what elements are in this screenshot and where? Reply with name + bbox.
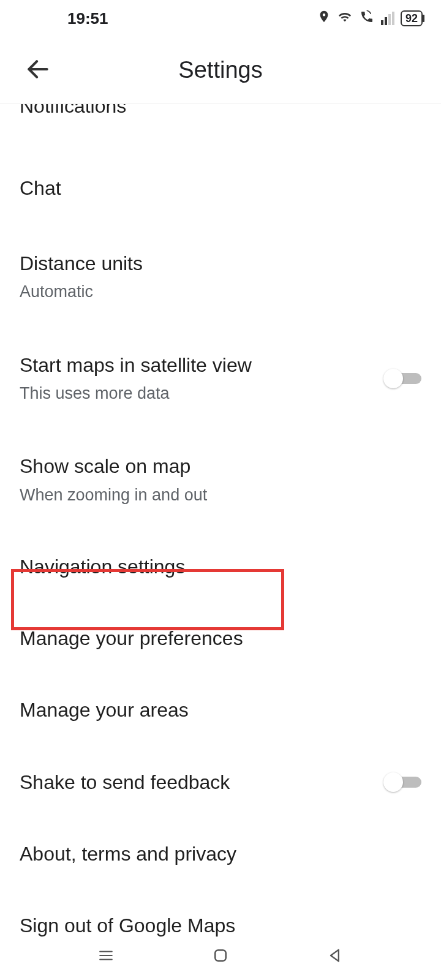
shake-feedback-label: Shake to send feedback — [20, 769, 386, 796]
satellite-view-toggle[interactable] — [386, 369, 421, 388]
show-scale-sub: When zooming in and out — [20, 484, 421, 506]
navigation-settings-item[interactable]: Navigation settings — [0, 535, 441, 598]
satellite-view-label: Start maps in satellite view — [20, 352, 386, 379]
distance-units-item[interactable]: Distance units Automatic — [0, 232, 441, 322]
wifi-calling-icon — [359, 9, 375, 28]
notifications-label: Notifications — [20, 104, 421, 119]
home-button[interactable] — [209, 944, 232, 967]
chat-item[interactable]: Chat — [0, 157, 441, 220]
notifications-item[interactable]: Notifications — [0, 104, 441, 121]
status-bar: 19:51 92 — [0, 0, 441, 37]
satellite-view-sub: This uses more data — [20, 382, 386, 404]
app-bar: Settings — [0, 37, 441, 104]
page-title: Settings — [0, 57, 441, 83]
back-button[interactable] — [24, 56, 51, 85]
svg-rect-4 — [215, 950, 226, 961]
show-scale-item[interactable]: Show scale on map When zooming in and ou… — [0, 435, 441, 524]
manage-areas-label: Manage your areas — [20, 697, 421, 723]
back-nav-button[interactable] — [324, 944, 346, 967]
about-label: About, terms and privacy — [20, 841, 421, 867]
distance-units-value: Automatic — [20, 281, 421, 303]
show-scale-label: Show scale on map — [20, 453, 421, 480]
signal-icon — [381, 12, 394, 25]
wifi-icon — [337, 9, 353, 28]
manage-preferences-item[interactable]: Manage your preferences — [0, 607, 441, 670]
shake-feedback-toggle[interactable] — [386, 772, 421, 792]
status-icons: 92 — [317, 9, 423, 29]
about-item[interactable]: About, terms and privacy — [0, 823, 441, 886]
battery-indicator: 92 — [401, 10, 423, 26]
svg-marker-5 — [331, 950, 339, 962]
status-time: 19:51 — [67, 9, 108, 28]
shake-feedback-item[interactable]: Shake to send feedback — [0, 751, 441, 814]
distance-units-label: Distance units — [20, 251, 421, 277]
chat-label: Chat — [20, 175, 421, 202]
navigation-settings-label: Navigation settings — [20, 554, 421, 580]
manage-areas-item[interactable]: Manage your areas — [0, 679, 441, 742]
recent-apps-button[interactable] — [95, 944, 117, 967]
system-nav-bar — [0, 931, 441, 980]
satellite-view-item[interactable]: Start maps in satellite view This uses m… — [0, 334, 441, 423]
location-icon — [317, 9, 331, 29]
settings-list: Notifications Chat Distance units Automa… — [0, 104, 441, 957]
manage-preferences-label: Manage your preferences — [20, 625, 421, 652]
